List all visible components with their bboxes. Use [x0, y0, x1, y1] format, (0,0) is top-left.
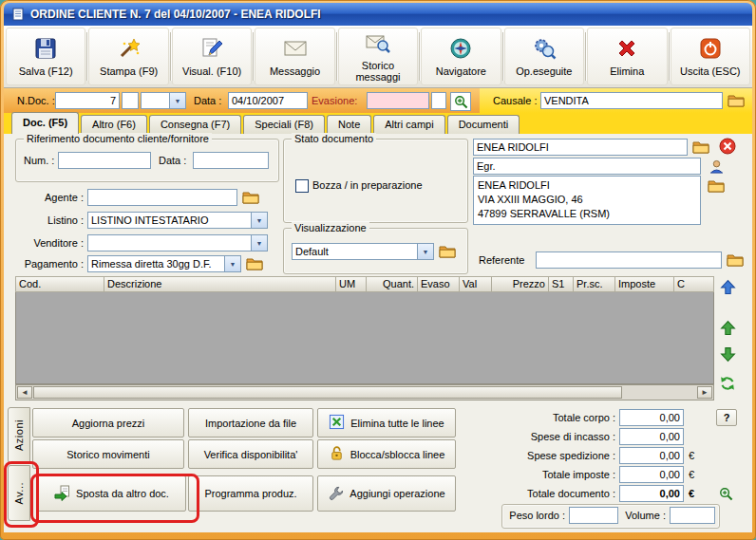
chevron-down-icon[interactable]: ▼	[251, 235, 267, 251]
listino-combo-value: LISTINO INTESTATARIO	[88, 213, 251, 228]
evasione-field[interactable]	[367, 92, 429, 109]
save-button[interactable]: Salva (F12)	[6, 28, 85, 85]
tab-altri-campi[interactable]: Altri campi	[373, 115, 444, 134]
agente-field[interactable]	[87, 189, 237, 206]
evasione-suffix-field[interactable]	[431, 92, 446, 109]
tab-consegna[interactable]: Consegna (F7)	[149, 115, 241, 134]
programma-produz-button[interactable]: Programma produz.	[188, 475, 313, 512]
blocca-sblocca-linee-button[interactable]: Blocca/sblocca linee	[317, 439, 456, 469]
search-zoom-button[interactable]	[450, 92, 471, 111]
visualizzazione-folder-button[interactable]	[438, 243, 457, 260]
title-bar[interactable]: ORDINE CLIENTE N. 7 del 04/10/2007 - ENE…	[4, 3, 752, 26]
spese-incasso-field[interactable]: 0,00	[619, 428, 684, 445]
aggiorna-prezzi-button[interactable]: Aggiorna prezzi	[32, 408, 184, 438]
listino-combo[interactable]: LISTINO INTESTATARIO▼	[87, 212, 268, 229]
verifica-disponibilita-button[interactable]: Verifica disponibilita'	[188, 439, 313, 469]
grid-col-cod[interactable]: Cod.	[15, 276, 104, 292]
causale-folder-button[interactable]	[727, 92, 746, 109]
grid-col-val[interactable]: Val	[460, 276, 492, 292]
grid-col-s1[interactable]: S1	[549, 276, 574, 292]
doc-number-field[interactable]: 7	[55, 92, 120, 109]
bozza-checkbox[interactable]	[295, 179, 309, 193]
refresh-grid-button[interactable]	[718, 375, 737, 392]
totale-zoom-button[interactable]	[716, 485, 735, 502]
grid-horizontal-scrollbar[interactable]: ◄ ►	[15, 384, 714, 400]
delete-button[interactable]: Elimina	[587, 28, 667, 85]
pagamento-folder-button[interactable]	[245, 255, 264, 272]
tab-altro[interactable]: Altro (F6)	[81, 115, 147, 134]
grid-col-evaso[interactable]: Evaso	[418, 276, 460, 292]
doc-type-combo[interactable]: ▼	[141, 92, 186, 109]
green-down-arrow-icon	[720, 346, 736, 363]
tab-doc[interactable]: Doc. (F5)	[11, 112, 79, 134]
importazione-da-file-button[interactable]: Importazione da file	[188, 408, 313, 438]
scroll-left-button[interactable]: ◄	[17, 386, 32, 399]
tab-speciali[interactable]: Speciali (F8)	[243, 115, 325, 134]
num-label: Num. :	[24, 155, 54, 166]
grid-col-c[interactable]: C	[674, 276, 714, 292]
tab-documenti[interactable]: Documenti	[447, 115, 520, 134]
venditore-combo[interactable]: ▼	[87, 234, 268, 251]
num-field[interactable]	[58, 152, 151, 169]
navigator-button[interactable]: Navigatore	[421, 28, 501, 85]
grid-body[interactable]	[15, 292, 714, 384]
contact-person-button[interactable]	[707, 158, 726, 175]
message-button[interactable]: Messaggio	[255, 28, 334, 85]
totale-imposte-field[interactable]: 0,00	[619, 466, 684, 483]
spese-spedizione-field[interactable]: 0,00	[619, 447, 684, 464]
chevron-down-icon[interactable]: ▼	[417, 244, 433, 259]
indirizzo-textarea[interactable]: ENEA RIDOLFI VIA XXIII MAGGIO, 46 47899 …	[473, 176, 701, 225]
move-row-top-button[interactable]	[718, 278, 737, 295]
cliente-clear-button[interactable]	[718, 138, 737, 155]
vertical-tab-azioni[interactable]: Azioni	[8, 407, 30, 463]
vertical-tab-avanzate[interactable]: Av...	[8, 465, 30, 521]
grid-col-quant[interactable]: Quant.	[367, 276, 418, 292]
evasione-label: Evasione:	[312, 95, 357, 106]
executed-operations-button[interactable]: Op.eseguite	[504, 28, 584, 85]
grid-col-descrizione[interactable]: Descrizione	[104, 276, 336, 292]
rif-data-field[interactable]	[193, 152, 269, 169]
cliente-field[interactable]: ENEA RIDOLFI	[473, 139, 688, 156]
folder-icon	[708, 179, 725, 193]
message-history-button[interactable]: Storico messaggi	[338, 28, 418, 85]
sposta-da-altro-doc-button[interactable]: Sposta da altro doc.	[36, 475, 186, 512]
totale-corpo-field[interactable]: 0,00	[619, 409, 684, 426]
aggiungi-operazione-button[interactable]: Aggiungi operazione	[317, 475, 456, 512]
grid-col-prsc[interactable]: Pr.sc.	[574, 276, 615, 292]
storico-movimenti-button[interactable]: Storico movimenti	[32, 439, 184, 469]
grid-col-um[interactable]: UM	[336, 276, 367, 292]
peso-lordo-field[interactable]	[569, 507, 618, 524]
agente-folder-button[interactable]	[241, 189, 260, 206]
doc-number-suffix-field[interactable]	[122, 92, 139, 109]
chevron-down-icon[interactable]: ▼	[224, 256, 240, 271]
doc-date-field[interactable]: 04/10/2007	[228, 92, 308, 109]
scroll-thumb[interactable]	[33, 386, 622, 399]
exit-button[interactable]: Uscita (ESC)	[671, 28, 750, 85]
move-row-down-button[interactable]	[718, 345, 737, 363]
move-row-up-button[interactable]	[718, 319, 737, 336]
cliente-folder-button[interactable]	[691, 139, 710, 156]
causale-field[interactable]: VENDITA	[540, 92, 723, 109]
totale-documento-field[interactable]: 0,00	[619, 485, 684, 502]
elimina-tutte-le-linee-button[interactable]: Elimina tutte le linee	[317, 408, 456, 438]
magnifier-plus-icon	[719, 487, 733, 501]
help-button[interactable]: ?	[716, 409, 737, 426]
chevron-down-icon[interactable]: ▼	[169, 93, 185, 108]
grid-col-prezzo[interactable]: Prezzo	[492, 276, 549, 292]
visualizzazione-combo[interactable]: Default▼	[292, 243, 434, 260]
chevron-down-icon[interactable]: ▼	[251, 213, 267, 228]
indirizzo-folder-button[interactable]	[707, 177, 726, 195]
referente-field[interactable]	[536, 251, 722, 269]
preview-button[interactable]: Visual. (F10)	[172, 28, 252, 85]
titolo-field[interactable]: Egr.	[473, 158, 701, 175]
referente-folder-button[interactable]	[726, 251, 745, 269]
pagamento-combo[interactable]: Rimessa diretta 30gg D.F.▼	[87, 255, 241, 272]
causale-zone: Causale : VENDITA	[480, 88, 752, 113]
print-button[interactable]: Stampa (F9)	[88, 28, 168, 85]
tab-note[interactable]: Note	[327, 115, 371, 134]
volume-field[interactable]	[670, 507, 715, 524]
person-icon	[709, 158, 725, 175]
scroll-right-button[interactable]: ►	[697, 386, 712, 399]
grid-col-imposte[interactable]: Imposte	[615, 276, 674, 292]
magnifier-plus-icon	[454, 95, 468, 109]
